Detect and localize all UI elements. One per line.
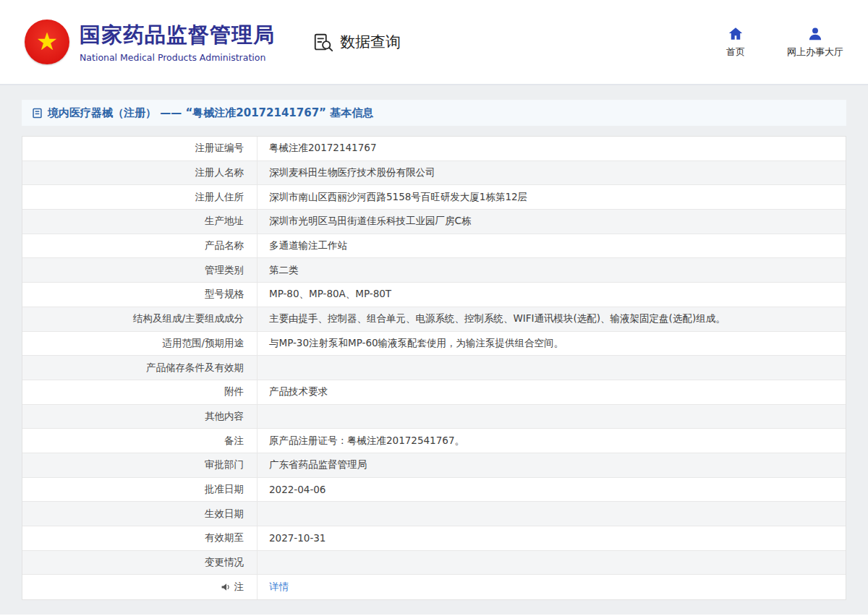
nav-home[interactable]: 首页 (726, 26, 745, 59)
table-row: 注册人名称 深圳麦科田生物医疗技术股份有限公司 (22, 161, 846, 186)
breadcrumb: 境内医疗器械（注册） —— “粤械注准20172141767” 基本信息 (22, 100, 846, 126)
table-row: 结构及组成/主要组成成分 主要由提手、控制器、组合单元、电源系统、控制系统、WI… (22, 307, 846, 332)
megaphone-icon (221, 582, 231, 592)
document-search-icon (312, 31, 334, 53)
row-label-text: 生产地址 (205, 215, 244, 228)
table-row: 有效期至 2027-10-31 (22, 526, 846, 551)
row-value: 2027-10-31 (258, 526, 846, 550)
row-label-text: 产品储存条件及有效期 (146, 362, 244, 375)
row-label: 批准日期 (22, 478, 258, 502)
row-value: MP-80、MP-80A、MP-80T (258, 283, 846, 307)
row-label-text: 备注 (224, 435, 244, 448)
nav-service-hall-label: 网上办事大厅 (787, 46, 843, 59)
row-label-text: 注册人住所 (195, 191, 244, 204)
row-value: 第二类 (258, 258, 846, 282)
row-label-text: 审批部门 (205, 458, 244, 471)
row-label: 变更情况 (22, 551, 258, 575)
row-value: 详情 (258, 575, 846, 599)
table-row: 注册证编号 粤械注准20172141767 (22, 137, 846, 161)
row-label-text: 批准日期 (205, 483, 244, 496)
row-value: 主要由提手、控制器、组合单元、电源系统、控制系统、WIFI通讯模块(选配)、输液… (258, 307, 846, 331)
row-label-text: 型号规格 (205, 288, 244, 301)
emblem-star-icon: ★ (36, 29, 58, 54)
national-emblem-icon: ★ (25, 20, 69, 64)
detail-link[interactable]: 详情 (269, 581, 289, 594)
table-row: 备注 原产品注册证号：粤械注准20172541767。 (22, 429, 846, 453)
nav-data-query-label: 数据查询 (340, 32, 401, 52)
table-row: 附件 产品技术要求 (22, 380, 846, 405)
table-row: 注册人住所 深圳市南山区西丽沙河西路5158号百旺研发大厦1栋第12层 (22, 185, 846, 210)
table-row: 管理类别 第二类 (22, 258, 846, 283)
row-label-text: 附件 (224, 385, 244, 398)
row-label-text: 管理类别 (205, 264, 244, 277)
row-value (258, 551, 846, 575)
row-value: 广东省药品监督管理局 (258, 453, 846, 477)
org-names: 国家药品监督管理局 National Medical Products Admi… (80, 21, 275, 63)
table-row: 产品储存条件及有效期 (22, 356, 846, 380)
table-row: 生效日期 (22, 502, 846, 526)
row-label: 生产地址 (22, 210, 258, 234)
row-label: 产品储存条件及有效期 (22, 356, 258, 380)
table-row: 审批部门 广东省药品监督管理局 (22, 453, 846, 478)
table-row: 生产地址 深圳市光明区马田街道佳乐科技工业园厂房C栋 (22, 210, 846, 234)
person-icon (807, 26, 823, 42)
row-value: 原产品注册证号：粤械注准20172541767。 (258, 429, 846, 453)
row-label: 生效日期 (22, 502, 258, 526)
row-label: 审批部门 (22, 453, 258, 477)
row-label: 结构及组成/主要组成成分 (22, 307, 258, 331)
site-logo[interactable]: ★ 国家药品监督管理局 National Medical Products Ad… (25, 20, 275, 64)
row-label: 注册人住所 (22, 185, 258, 209)
document-icon (32, 108, 43, 119)
row-value: 与MP-30注射泵和MP-60输液泵配套使用，为输注泵提供组合空间。 (258, 332, 846, 356)
row-label-text: 产品名称 (205, 239, 244, 252)
row-label: 附件 (22, 380, 258, 404)
row-label: 注 (22, 575, 258, 599)
row-label-text: 变更情况 (205, 556, 244, 569)
table-row: 适用范围/预期用途 与MP-30注射泵和MP-60输液泵配套使用，为输注泵提供组… (22, 332, 846, 356)
nav-data-query[interactable]: 数据查询 (312, 31, 401, 53)
table-row: 变更情况 (22, 551, 846, 576)
row-value: 产品技术要求 (258, 380, 846, 404)
row-label-text: 生效日期 (205, 508, 244, 521)
row-label-text: 其他内容 (205, 410, 244, 423)
org-name-en: National Medical Products Administration (80, 52, 275, 63)
row-value: 2022-04-06 (258, 478, 846, 502)
row-value: 深圳市南山区西丽沙河西路5158号百旺研发大厦1栋第12层 (258, 185, 846, 209)
table-row: 其他内容 (22, 405, 846, 429)
row-label: 其他内容 (22, 405, 258, 429)
nav-home-label: 首页 (726, 46, 745, 59)
row-label: 注册人名称 (22, 161, 258, 185)
table-row: 产品名称 多通道输注工作站 (22, 234, 846, 259)
row-label-text: 注册证编号 (195, 142, 244, 155)
row-label-text: 结构及组成/主要组成成分 (133, 312, 244, 325)
row-label: 备注 (22, 429, 258, 453)
row-label-text: 注 (234, 581, 244, 594)
row-value: 多通道输注工作站 (258, 234, 846, 258)
row-label: 管理类别 (22, 258, 258, 282)
row-label: 型号规格 (22, 283, 258, 307)
row-label-text: 注册人名称 (195, 166, 244, 179)
row-value: 深圳市光明区马田街道佳乐科技工业园厂房C栋 (258, 210, 846, 234)
row-label: 注册证编号 (22, 137, 258, 161)
row-label-text: 有效期至 (205, 531, 244, 544)
row-value (258, 405, 846, 429)
table-row: 注 详情 (22, 575, 846, 599)
row-value (258, 356, 846, 380)
info-table: 注册证编号 粤械注准20172141767 注册人名称 深圳麦科田生物医疗技术股… (22, 136, 846, 600)
table-row: 批准日期 2022-04-06 (22, 478, 846, 502)
row-label: 产品名称 (22, 234, 258, 258)
home-icon (728, 26, 744, 42)
row-value: 粤械注准20172141767 (258, 137, 846, 161)
row-label-text: 适用范围/预期用途 (162, 337, 244, 350)
row-label: 有效期至 (22, 526, 258, 550)
org-name-cn: 国家药品监督管理局 (80, 21, 275, 50)
table-row: 型号规格 MP-80、MP-80A、MP-80T (22, 283, 846, 307)
nav-service-hall[interactable]: 网上办事大厅 (787, 26, 843, 59)
page-title: 境内医疗器械（注册） —— “粤械注准20172141767” 基本信息 (48, 106, 373, 120)
site-header: ★ 国家药品监督管理局 National Medical Products Ad… (0, 0, 868, 85)
content-area: 境内医疗器械（注册） —— “粤械注准20172141767” 基本信息 注册证… (0, 85, 868, 615)
row-label: 适用范围/预期用途 (22, 332, 258, 356)
row-value (258, 502, 846, 526)
row-value: 深圳麦科田生物医疗技术股份有限公司 (258, 161, 846, 185)
